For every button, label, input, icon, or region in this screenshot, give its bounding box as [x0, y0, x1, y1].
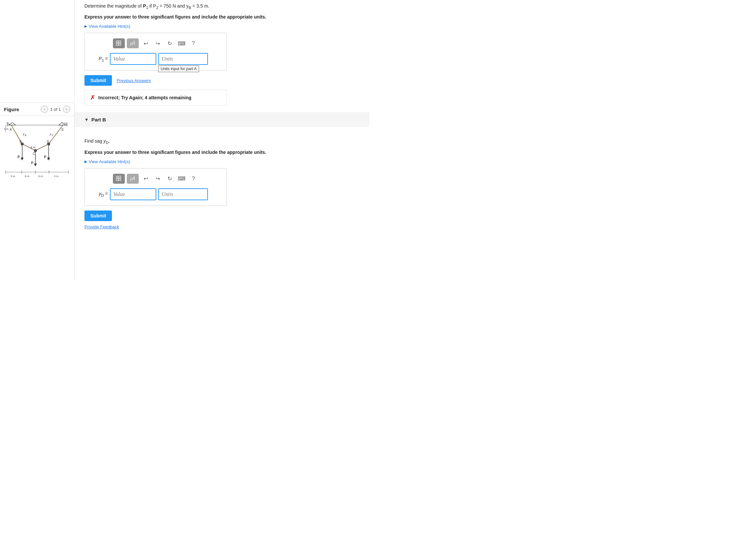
svg-text:D: D — [47, 140, 49, 144]
part-b-keyboard-button[interactable]: ⌨ — [176, 174, 186, 184]
part-b-hint-arrow: ▶ — [85, 160, 87, 164]
svg-rect-50 — [116, 179, 118, 181]
part-b-express-text: Express your answer to three significant… — [85, 149, 359, 156]
figure-diagram: A B C D E y B y D 4 m 1 m P 2 P 1 — [0, 116, 74, 182]
provide-feedback-link[interactable]: Provide Feedback — [85, 224, 359, 229]
part-a-units-tooltip: Units input for part A — [158, 65, 199, 72]
part-b-value-input[interactable] — [110, 188, 156, 200]
incorrect-icon: ✗ — [90, 94, 95, 101]
right-panel: Determine the magnitude of P1 if P2 = 75… — [75, 0, 370, 280]
part-a-prev-answers-link[interactable]: Previous Answers — [117, 78, 151, 83]
figure-next-button[interactable]: › — [63, 106, 70, 113]
part-b-answer-box: μÅ ↩ ↪ ↻ ⌨ ? yD = — [85, 168, 227, 206]
part-a-problem-text: Determine the magnitude of P1 if P2 = 75… — [85, 3, 359, 10]
figure-prev-button[interactable]: ‹ — [41, 106, 48, 113]
part-a-toolbar: μÅ ↩ ↪ ↻ ⌨ ? — [92, 38, 220, 48]
part-b-grid-icon-button[interactable] — [113, 174, 125, 184]
figure-header: Figure ‹ 1 of 1 › — [0, 103, 74, 116]
part-b-find-text: Find sag yD. — [85, 138, 359, 145]
svg-text:D: D — [52, 134, 53, 136]
svg-text:6 m: 6 m — [25, 175, 29, 178]
figure-svg: A B C D E y B y D 4 m 1 m P 2 P 1 — [4, 119, 70, 179]
svg-text:3 m: 3 m — [54, 175, 58, 178]
part-a-value-input[interactable] — [110, 53, 156, 65]
svg-text:C: C — [33, 152, 35, 156]
svg-text:4 m: 4 m — [30, 146, 35, 149]
keyboard-button[interactable]: ⌨ — [176, 38, 186, 48]
part-a-submit-row: Submit Previous Answers — [85, 75, 359, 86]
svg-text:y: y — [49, 132, 51, 136]
part-a-hint-link[interactable]: ▶ View Available Hint(s) — [85, 24, 359, 29]
svg-text:1 m: 1 m — [4, 128, 9, 131]
svg-text:P: P — [18, 155, 20, 159]
svg-rect-44 — [119, 41, 121, 43]
svg-text:1: 1 — [34, 163, 36, 166]
svg-text:A: A — [10, 128, 12, 131]
part-b-header: ▼ Part B — [85, 117, 359, 123]
part-b-grid-icon — [116, 176, 122, 182]
part-b-redo-button[interactable]: ↪ — [153, 174, 163, 184]
svg-text:B: B — [19, 140, 22, 144]
svg-text:P: P — [31, 161, 33, 165]
figure-nav: ‹ 1 of 1 › — [41, 106, 70, 113]
undo-button[interactable]: ↩ — [141, 38, 151, 48]
svg-text:B: B — [25, 134, 26, 136]
part-b-label: yD = — [92, 191, 108, 197]
part-a-express-text: Express your answer to three significant… — [85, 14, 359, 20]
left-panel: Figure ‹ 1 of 1 › — [0, 0, 75, 280]
svg-text:y: y — [22, 132, 24, 136]
incorrect-box: ✗ Incorrect; Try Again; 4 attempts remai… — [85, 90, 227, 106]
part-b-content: Find sag yD. Express your answer to thre… — [85, 132, 359, 221]
figure-nav-count: 1 of 1 — [50, 107, 61, 112]
part-b-units-input[interactable] — [158, 188, 208, 200]
svg-text:6 m: 6 m — [38, 175, 43, 178]
part-b-title: Part B — [92, 117, 106, 123]
part-b-toolbar: μÅ ↩ ↪ ↻ ⌨ ? — [92, 174, 220, 184]
svg-text:2: 2 — [20, 157, 22, 160]
part-b-hint-link[interactable]: ▶ View Available Hint(s) — [85, 159, 359, 164]
svg-rect-45 — [116, 43, 118, 45]
part-b-undo-button[interactable]: ↩ — [141, 174, 151, 184]
redo-button[interactable]: ↪ — [153, 38, 163, 48]
incorrect-text: Incorrect; Try Again; 4 attempts remaini… — [98, 95, 191, 100]
units-wrapper: Units input for part A — [158, 53, 208, 65]
svg-text:2: 2 — [47, 157, 49, 160]
part-b-units-wrapper — [158, 188, 208, 200]
part-a-label: P1 = — [92, 56, 108, 62]
part-b-section: ▼ Part B — [75, 112, 370, 127]
svg-text:3 m: 3 m — [11, 175, 15, 178]
svg-text:E: E — [61, 128, 64, 131]
part-a-units-input[interactable] — [158, 53, 208, 65]
part-b-help-button[interactable]: ? — [188, 174, 198, 184]
part-a-submit-button[interactable]: Submit — [85, 75, 112, 86]
svg-text:P: P — [44, 155, 46, 159]
part-b-submit-row: Submit — [85, 210, 359, 221]
part-a-answer-box: μÅ ↩ ↪ ↻ ⌨ ? P1 = Units input for part A — [85, 33, 227, 70]
part-b-input-row: yD = — [92, 188, 220, 200]
part-b-submit-button[interactable]: Submit — [85, 210, 112, 221]
figure-title: Figure — [4, 107, 19, 112]
part-a-hint-arrow: ▶ — [85, 24, 87, 28]
svg-rect-49 — [119, 176, 121, 178]
part-b-collapse-arrow[interactable]: ▼ — [85, 117, 89, 123]
part-b-refresh-button[interactable]: ↻ — [165, 174, 174, 184]
help-button[interactable]: ? — [188, 38, 198, 48]
svg-rect-46 — [119, 43, 121, 45]
svg-rect-51 — [119, 179, 121, 181]
part-b-mu-button[interactable]: μÅ — [127, 174, 139, 184]
part-a-input-row: P1 = Units input for part A — [92, 53, 220, 65]
mu-button[interactable]: μÅ — [127, 38, 139, 48]
svg-rect-47 — [117, 41, 118, 42]
grid-icon — [116, 40, 122, 46]
refresh-button[interactable]: ↻ — [165, 38, 174, 48]
grid-icon-button[interactable] — [113, 38, 125, 48]
svg-rect-52 — [117, 176, 118, 178]
